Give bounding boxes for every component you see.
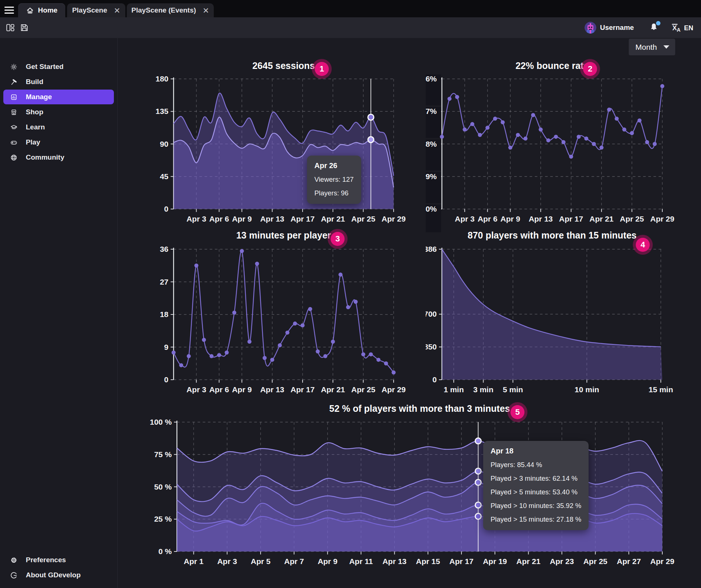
x-axis-tick-label: Apr 23 <box>550 557 574 566</box>
y-axis-tick-label: 45 <box>160 172 169 181</box>
player-retention-plot[interactable]: 0 %25 %50 %75 %100 %Apr 1Apr 3Apr 5Apr 7… <box>147 400 693 586</box>
y-axis-tick-label: 0 <box>432 375 437 384</box>
notifications-bell-icon[interactable] <box>649 22 660 33</box>
data-point <box>308 307 312 311</box>
sidebar-item-learn[interactable]: Learn <box>3 120 114 135</box>
sidebar-item-preferences[interactable]: Preferences <box>3 553 114 567</box>
annotation-badge-3: 3 <box>331 232 345 246</box>
data-point <box>225 351 229 355</box>
x-axis-tick-label: Apr 13 <box>260 215 284 223</box>
sidebar-item-label: Shop <box>26 108 43 116</box>
x-axis-tick-label: Apr 9 <box>232 215 252 223</box>
y-axis-tick-label: 1700 <box>426 310 437 318</box>
series-line <box>442 86 662 157</box>
toolbar: Username X A EN <box>0 17 701 38</box>
data-point <box>255 262 259 266</box>
project-manager-icon[interactable] <box>6 23 15 32</box>
data-point <box>569 154 573 159</box>
data-point <box>523 136 527 140</box>
sidebar-item-about[interactable]: About GDevelop <box>3 568 114 582</box>
y-axis-tick-label: 27% <box>426 107 437 115</box>
bounce-rate-plot[interactable]: 0%9%18%27%36%Apr 3Apr 6Apr 9Apr 13Apr 17… <box>426 58 685 232</box>
sessions-plot[interactable]: 04590135180Apr 3Apr 6Apr 9Apr 13Apr 17Ap… <box>147 58 407 232</box>
data-point <box>463 128 467 132</box>
y-axis-tick-label: 135 <box>156 107 168 115</box>
language-label[interactable]: EN <box>684 24 693 32</box>
x-axis-tick-label: Apr 13 <box>529 215 552 223</box>
avatar[interactable] <box>585 22 596 34</box>
period-selector[interactable]: Month <box>629 39 675 55</box>
data-point <box>209 354 213 358</box>
data-point <box>539 128 543 132</box>
x-axis-tick-label: Apr 29 <box>381 385 405 394</box>
sidebar-item-manage[interactable]: Manage <box>3 90 114 104</box>
y-axis-tick-label: 25 % <box>154 515 172 523</box>
gear-icon <box>10 556 18 564</box>
x-axis-tick-label: 15 min <box>649 385 673 394</box>
y-axis-tick-label: 27 <box>160 278 168 286</box>
x-axis-tick-label: Apr 21 <box>321 385 345 394</box>
tab-home[interactable]: Home <box>18 3 65 17</box>
x-axis-tick-label: Apr 25 <box>351 215 376 223</box>
x-axis-tick-label: Apr 17 <box>290 385 314 394</box>
y-axis-tick-label: 50 % <box>154 483 172 491</box>
data-point <box>470 122 474 126</box>
data-point <box>592 142 596 146</box>
players-duration-plot[interactable]: 0850170033861 min3 min5 min10 min15 min <box>426 228 685 403</box>
data-point <box>440 135 444 139</box>
notification-dot <box>656 21 660 25</box>
data-point <box>455 95 459 99</box>
tab-label: PlayScene (Events) <box>132 6 196 14</box>
tab-playscene-events[interactable]: PlayScene (Events) ✕ <box>127 3 214 17</box>
minutes-per-player-plot[interactable]: 09182736Apr 3Apr 6Apr 9Apr 13Apr 17Apr 2… <box>147 228 407 403</box>
y-axis-tick-label: 0% <box>426 205 437 213</box>
data-point <box>270 358 274 362</box>
x-axis-tick-label: Apr 21 <box>516 557 541 566</box>
y-axis-tick-label: 36% <box>426 74 437 83</box>
username[interactable]: Username <box>600 24 634 32</box>
tab-playscene[interactable]: PlayScene ✕ <box>67 3 125 17</box>
y-axis-tick-label: 9 <box>164 343 168 351</box>
data-point <box>478 133 482 137</box>
x-axis-tick-label: Apr 29 <box>650 557 674 566</box>
sidebar-footer: Preferences About GDevelop <box>0 553 117 583</box>
y-axis-tick-label: 180 <box>156 74 168 83</box>
data-point <box>194 264 198 268</box>
x-axis-tick-label: Apr 6 <box>209 215 229 223</box>
highlighted-data-point <box>368 114 374 120</box>
sidebar-item-get-started[interactable]: Get Started <box>3 59 114 74</box>
bar-chart-icon <box>10 93 18 101</box>
save-icon[interactable] <box>20 23 29 32</box>
x-axis-tick-label: Apr 9 <box>501 215 520 223</box>
close-icon[interactable]: ✕ <box>114 7 121 14</box>
sidebar-item-shop[interactable]: Shop <box>3 105 114 119</box>
translate-icon[interactable]: X A <box>671 22 681 32</box>
x-axis-tick-label: Apr 3 <box>217 557 237 566</box>
data-point <box>645 140 649 144</box>
menu-icon[interactable] <box>4 7 14 15</box>
data-point <box>584 136 588 140</box>
data-point <box>577 135 581 139</box>
x-axis-tick-label: Apr 17 <box>559 215 583 223</box>
sidebar-item-community[interactable]: Community <box>3 150 114 165</box>
x-axis-tick-label: Apr 21 <box>589 215 614 223</box>
sidebar-nav: Get Started Build Manage Shop <box>0 38 117 165</box>
sidebar-item-build[interactable]: Build <box>3 74 114 89</box>
x-axis-tick-label: 3 min <box>473 385 494 394</box>
annotation-badge-1: 1 <box>315 62 329 76</box>
x-axis-tick-label: Apr 29 <box>650 215 674 223</box>
data-point <box>508 146 512 150</box>
close-icon[interactable]: ✕ <box>203 7 209 14</box>
gdevelop-app: Home PlayScene ✕ PlayScene (Events) ✕ <box>0 0 701 588</box>
sidebar-item-play[interactable]: Play <box>3 135 114 150</box>
tab-label: PlayScene <box>72 6 107 14</box>
tooltip-row: Played > 10 minutes: 35.92 % <box>491 502 581 510</box>
data-point <box>561 140 565 144</box>
robot-avatar-image <box>585 22 596 34</box>
data-point <box>179 363 183 367</box>
data-point <box>630 131 634 135</box>
data-point <box>638 118 642 122</box>
series-line <box>174 251 394 372</box>
chart-player-retention: 52 % of players with more than 3 minutes… <box>147 400 693 586</box>
y-axis-tick-label: 0 <box>164 375 168 384</box>
